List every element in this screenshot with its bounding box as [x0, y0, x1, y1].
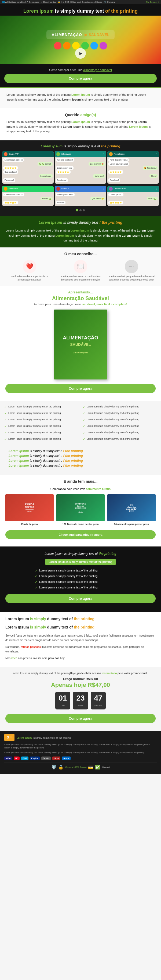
- price-section: Lorem Ipsum is simply dummy text of the …: [0, 667, 161, 731]
- check-icon-12: ✓: [83, 438, 85, 441]
- hero-logo: Lorem Ipsum is simply dummy text of the …: [0, 7, 161, 16]
- dear-section: Querido amigo(a) Lorem Ipsum is simply d…: [0, 108, 161, 140]
- benefit-text-4: Lorem Ipsum is simply dummy text of the …: [87, 412, 139, 415]
- bonus-cta-button[interactable]: Clique aqui para adquirir agora: [5, 530, 156, 539]
- dear-p1: Lorem Ipsum is simply dummy text of the …: [6, 120, 155, 134]
- check-icon-cta-2: ✓: [35, 574, 38, 578]
- sale-price: Apenas hoje R$47,00: [5, 681, 156, 689]
- advice-section: O meu conselho... ❤️ Você vai entender a…: [0, 247, 161, 286]
- chat-item-2: WhatsApp ⋮ Adorei o resultado! Que incrí…: [55, 151, 106, 184]
- bonus-item-1: PERDA DE PESO Guia Perda de peso: [5, 494, 54, 526]
- check-icon-cta-4: ✓: [35, 586, 38, 590]
- bonus-book-2: 100 DICAS de como perder peso Guia: [56, 494, 105, 521]
- mastercard-logo: MC: [14, 757, 20, 760]
- check-icon-11: ✓: [4, 438, 7, 441]
- advice-item-2: 🍽️ Você aprenderá como a comida afeta di…: [56, 260, 105, 282]
- footer-hotmart-text: Hotmart: [102, 766, 109, 768]
- presenting-subtitle: A chave para uma alimentação mais saudáv…: [5, 302, 156, 306]
- logo-orange: of the printing: [105, 8, 138, 14]
- footer-p1: Lorem Ipsum is simply dummy text of the …: [4, 743, 157, 749]
- elo-logo: ELO: [21, 757, 28, 760]
- advice-item-1: ❤️ Você vai entender a importância da al…: [5, 260, 54, 282]
- price-p1: Lorem Ipsum is simply dummy text of the …: [5, 671, 156, 676]
- check-icon-cta-1: ✓: [35, 569, 38, 573]
- check-icon-cta-3: ✓: [35, 580, 38, 584]
- check-icon-1: ✓: [4, 405, 7, 409]
- bonus-title: E ainda tem mais...: [5, 479, 156, 484]
- bonus-title-3: 36 alimentos para perder peso: [107, 523, 156, 526]
- boleto-logo: Boleto: [41, 757, 51, 760]
- hero-section: Lorem Ipsum is simply dummy text of the …: [0, 4, 161, 88]
- logo-normal: is simply dummy text: [55, 8, 104, 14]
- presenting-cta-button[interactable]: Compre agora: [5, 384, 156, 393]
- benefit-item-5: ✓ Lorem Ipsum is simply dummy text of th…: [4, 418, 78, 422]
- benefit-text-8: Lorem Ipsum is simply dummy text of the …: [87, 425, 139, 428]
- chat-topbar-2: WhatsApp ⋮: [55, 151, 106, 157]
- chat-grid: Grupo VIP ⋮ Lorem ipsum dolor sit ✅ ✅ In…: [2, 151, 159, 185]
- bold-line-3: Lorem Ipsum is simply dummy text o f the…: [9, 459, 152, 463]
- amex-logo: Amex: [62, 757, 71, 760]
- text-block-p1: Lorem Ipsum is simply dummy text of the …: [6, 92, 155, 102]
- chat-header: Lorem Ipsum is simply dummy text of the …: [2, 143, 159, 148]
- benefit-text-2: Lorem Ipsum is simply dummy text of the …: [87, 405, 139, 409]
- play-button[interactable]: [75, 48, 86, 59]
- expert-p1: Se você fosse contratar um especialista …: [5, 633, 156, 643]
- check-icon-8: ✓: [83, 425, 85, 428]
- green-highlight-section: Lorem Ipsum is simply dummy text f the p…: [0, 216, 161, 247]
- dear-title: Querido amigo(a): [6, 113, 155, 117]
- countdown-hours: 23 Horas: [73, 692, 88, 710]
- footer-p2: Lorem Ipsum is simply dummy text of the …: [4, 751, 157, 754]
- hero-cta-button[interactable]: Compre agora: [4, 74, 157, 83]
- advice-grid: ❤️ Você vai entender a importância da al…: [5, 260, 156, 282]
- hero-subtitle: Como começar a ter uma alimentação saudá…: [4, 66, 157, 74]
- check-badge-icon: ✅: [95, 765, 100, 770]
- benefit-item-11: ✓ Lorem Ipsum is simply dummy text of th…: [4, 437, 78, 441]
- green-title-orange: f the printing: [99, 220, 123, 224]
- chat-section: Lorem Ipsum is simply dummy text of the …: [0, 140, 161, 216]
- text-block-section: Lorem Ipsum is simply dummy text of the …: [0, 88, 161, 108]
- cta-black-section: Lorem Ipsum is simply dummy text of the …: [0, 546, 161, 612]
- subtitle-link[interactable]: alimentação saudável: [83, 68, 112, 72]
- benefit-item-7: ✓ Lorem Ipsum is simply dummy text of th…: [4, 425, 78, 428]
- presenting-label: Apresentando...: [5, 290, 156, 294]
- top-bar: 🌐 All Settings com bits | ✓ Destaques | …: [0, 0, 161, 4]
- logo-green: Lorem Ipsum: [23, 8, 54, 14]
- advice-text-3: Você entenderá porque isso é fundamental…: [107, 275, 156, 282]
- bold-lines: Lorem Ipsum is simply dummy text o f the…: [4, 447, 157, 471]
- benefit-text-6: Lorem Ipsum is simply dummy text of the …: [87, 418, 139, 422]
- benefit-item-12: ✓ Lorem Ipsum is simply dummy text of th…: [83, 437, 157, 441]
- benefit-item-6: ✓ Lorem Ipsum is simply dummy text of th…: [83, 418, 157, 422]
- check-icon-10: ✓: [83, 431, 85, 434]
- bonus-item-2: 100 DICAS de como perder peso Guia 100 D…: [56, 494, 105, 526]
- hiper-logo: Hiper: [52, 757, 60, 760]
- footer-section: $= Lorem Ipsum is simply dummy text of t…: [0, 731, 161, 774]
- top-bar-right: My Contact ▾: [146, 1, 159, 3]
- chat-topbar-1: Grupo VIP ⋮: [2, 151, 54, 157]
- advice-item-3: IMG Você entenderá porque isso é fundame…: [107, 260, 156, 282]
- check-icon-2: ✓: [83, 405, 85, 409]
- cta-black-subtitle: Lorem Ipsum is simply dummy text of the …: [5, 559, 156, 569]
- bonus-grid: PERDA DE PESO Guia Perda de peso 100 DIC…: [5, 494, 156, 526]
- chat-grid-2: Feedback ⋮ Lorem ipsum dolor sit Incríve…: [2, 186, 159, 207]
- book-image: ALIMENTAÇÃO SAUDÁVEL Guia Completo: [54, 310, 107, 379]
- cta-benefit-list: ✓ Lorem Ipsum is simply dummy text of th…: [35, 569, 126, 590]
- chat-title-white: is simply dummy text of: [64, 144, 100, 148]
- green-p1: Lorem Ipsum is simply dummy text of the …: [5, 228, 156, 243]
- cta-black-button[interactable]: Compre agora: [5, 594, 156, 603]
- benefit-text-1: Lorem Ipsum is simply dummy text of the …: [8, 405, 61, 409]
- benefits-grid: ✓ Lorem Ipsum is simply dummy text of th…: [4, 405, 157, 443]
- expert-section: Lorem Ipsum is simply dummy text of the …: [0, 612, 161, 667]
- expert-title-1: Lorem Ipsum is simply dummy text of the …: [5, 616, 156, 622]
- fork-icon: 🍽️: [74, 260, 87, 273]
- paypal-logo: PayPal: [30, 757, 40, 760]
- benefit-text-10: Lorem Ipsum is simply dummy text of the …: [87, 431, 139, 434]
- bonus-title-1: Perda de peso: [5, 523, 54, 526]
- expert-title-2: Lorem Ipsum is simply dummy text of the …: [5, 624, 156, 630]
- green-highlight-title: Lorem Ipsum is simply dummy text f the p…: [5, 220, 156, 225]
- bonus-title-2: 100 Dicas de como perder peso: [56, 523, 105, 526]
- benefit-item-4: ✓ Lorem Ipsum is simply dummy text of th…: [83, 412, 157, 415]
- benefit-item-1: ✓ Lorem Ipsum is simply dummy text of th…: [4, 405, 78, 409]
- countdown: 01 Dias 23 Horas 47 Minutos: [5, 692, 156, 710]
- benefit-text-9: Lorem Ipsum is simply dummy text of the …: [8, 431, 61, 434]
- price-cta-button[interactable]: Compre agora: [5, 714, 156, 723]
